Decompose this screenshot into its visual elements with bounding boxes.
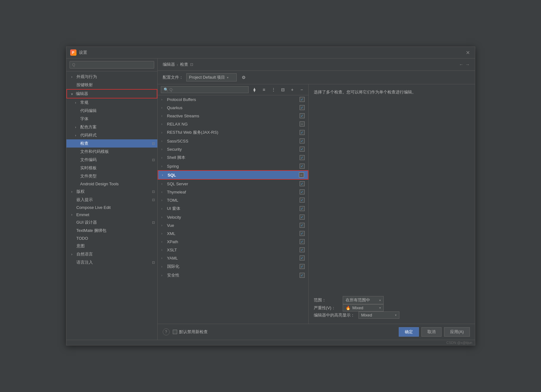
- inspection-item-security[interactable]: › Security ✓: [158, 145, 308, 153]
- sidebar-item-appearance[interactable]: › 外观与行为: [66, 73, 157, 81]
- sidebar-item-editor[interactable]: ∨ 编辑器: [66, 89, 157, 98]
- sidebar-item-file-types[interactable]: 文件类型: [66, 172, 157, 180]
- nav-forward-button[interactable]: →: [465, 62, 470, 67]
- gear-button[interactable]: ⚙: [240, 73, 248, 81]
- inspection-item-sql[interactable]: › SQL −: [158, 170, 308, 180]
- sidebar-item-font[interactable]: 字体: [66, 115, 157, 123]
- sidebar-item-file-encoding[interactable]: 文件编码 ⊡: [66, 156, 157, 164]
- inspection-item-vue[interactable]: › Vue ✓: [158, 221, 308, 229]
- group-button[interactable]: ⊟: [279, 86, 286, 93]
- sidebar-item-common[interactable]: › 常规: [66, 98, 157, 107]
- settings-dialog: P 设置 ✕ › 外观与行为 按键映射: [66, 47, 475, 345]
- help-button[interactable]: ?: [163, 328, 170, 335]
- inspection-item-protocol-buffers[interactable]: › Protocol Buffers ✓: [158, 95, 308, 104]
- sidebar-item-compose-live[interactable]: Compose Live Edit: [66, 204, 157, 211]
- check-box[interactable]: ✓: [300, 215, 305, 220]
- inspection-item-xslt[interactable]: › XSLT ✓: [158, 246, 308, 254]
- inspection-item-toml[interactable]: › TOML ✓: [158, 196, 308, 204]
- check-box[interactable]: ✓: [300, 113, 305, 118]
- sidebar-item-textmate[interactable]: TextMate 捆绑包: [66, 227, 157, 235]
- inspection-item-yaml[interactable]: › YAML ✓: [158, 254, 308, 262]
- inspection-item-spring[interactable]: › Spring ✓: [158, 162, 308, 170]
- expand-all-button[interactable]: ≡: [261, 86, 268, 93]
- sidebar-item-color-scheme[interactable]: › 配色方案: [66, 123, 157, 131]
- inspection-item-reactive-streams[interactable]: › Reactive Streams ✓: [158, 112, 308, 120]
- sidebar-item-label: 文件编码: [80, 157, 97, 163]
- filter-button[interactable]: ⧫: [251, 86, 258, 93]
- check-box[interactable]: ✓: [300, 189, 305, 194]
- chevron-icon: ›: [71, 253, 75, 256]
- sidebar-item-emmet[interactable]: › Emmet: [66, 211, 157, 218]
- add-button[interactable]: +: [289, 86, 296, 93]
- check-box[interactable]: −: [300, 121, 305, 126]
- check-box[interactable]: ✓: [300, 198, 305, 203]
- inspection-item-label: XSLT: [167, 248, 177, 252]
- inspection-item-quarkus[interactable]: › Quarkus ✓: [158, 104, 308, 112]
- sidebar-item-todo[interactable]: TODO: [66, 235, 157, 242]
- nav-back-button[interactable]: ←: [459, 62, 464, 67]
- inspection-item-thymeleaf[interactable]: › Thymeleaf ✓: [158, 188, 308, 196]
- sidebar-item-natural-lang[interactable]: › 自然语言: [66, 250, 157, 258]
- check-box[interactable]: ✓: [300, 264, 305, 269]
- sidebar-item-code-editing[interactable]: 代码编辑: [66, 107, 157, 115]
- inspection-item-shell[interactable]: › Shell 脚本 ✓: [158, 153, 308, 162]
- check-box[interactable]: ✓: [300, 231, 305, 236]
- check-box[interactable]: ✓: [300, 138, 305, 143]
- check-box[interactable]: ✓: [300, 181, 305, 186]
- check-box[interactable]: −: [299, 172, 304, 177]
- inspection-item-sass[interactable]: › Sass/SCSS ✓: [158, 137, 308, 145]
- inspection-item-label: TOML: [167, 198, 178, 203]
- sidebar-item-live-templates[interactable]: 实时模板: [66, 164, 157, 172]
- check-box[interactable]: ✓: [300, 255, 305, 260]
- sidebar-item-lang-injection[interactable]: 语言注入 ⊡: [66, 258, 157, 266]
- title-bar: P 设置 ✕: [66, 47, 475, 59]
- check-box[interactable]: ✓: [300, 273, 305, 278]
- close-button[interactable]: ✕: [465, 49, 471, 56]
- ok-button[interactable]: 确定: [399, 327, 419, 337]
- default-disable-checkbox[interactable]: [173, 330, 177, 334]
- config-select[interactable]: Project Default 项目 ▾: [186, 73, 237, 81]
- sidebar-search-input[interactable]: [70, 61, 154, 69]
- sidebar-item-android-design[interactable]: Android Design Tools: [66, 180, 157, 188]
- inspection-item-xpath[interactable]: › XPath ✓: [158, 238, 308, 246]
- sidebar-item-keymap[interactable]: 按键映射: [66, 81, 157, 89]
- sidebar-item-inspections[interactable]: 检查 ⊡: [66, 139, 157, 148]
- check-box[interactable]: ✓: [300, 164, 305, 169]
- severity-select[interactable]: 🔥 Mixed ▾: [343, 304, 384, 311]
- inspection-item-label: 国际化: [167, 264, 179, 269]
- check-box[interactable]: ✓: [300, 155, 305, 160]
- sidebar-item-inlay-hints[interactable]: 嵌入提示 ⊡: [66, 196, 157, 204]
- inspection-item-xml[interactable]: › XML ✓: [158, 229, 308, 238]
- inspection-item-restful[interactable]: › RESTful Web 服务(JAX-RS) ✓: [158, 128, 308, 137]
- check-box[interactable]: ✓: [300, 223, 305, 228]
- sidebar-item-gui-designer[interactable]: GUI 设计器 ⊡: [66, 218, 157, 227]
- inspection-item-security-cn[interactable]: › 安全性 ✓: [158, 271, 308, 280]
- collapse-all-button[interactable]: ⋮: [270, 86, 277, 93]
- inspection-item-sql-server[interactable]: › SQL Server ✓: [158, 180, 308, 188]
- apply-button[interactable]: 应用(A): [444, 327, 470, 337]
- check-box[interactable]: ✓: [300, 206, 305, 211]
- inspection-item-i18n[interactable]: › 国际化 ✓: [158, 262, 308, 271]
- config-value: Project Default 项目: [189, 75, 225, 80]
- check-box[interactable]: ✓: [300, 247, 305, 252]
- check-box[interactable]: ✓: [300, 105, 305, 110]
- check-box[interactable]: ✓: [300, 239, 305, 244]
- check-box[interactable]: ✓: [300, 147, 305, 152]
- status-bar: CSDN @x@tijun: [66, 340, 475, 345]
- sidebar-item-file-templates[interactable]: 文件和代码模板: [66, 148, 157, 156]
- cancel-button[interactable]: 取消: [421, 327, 442, 337]
- inspection-item-relax-ng[interactable]: › RELAX NG −: [158, 120, 308, 128]
- sidebar-item-copyright[interactable]: › 版权 ⊡: [66, 188, 157, 196]
- check-box[interactable]: ✓: [300, 130, 305, 135]
- check-box[interactable]: ✓: [300, 97, 305, 102]
- highlight-select[interactable]: Mixed ▾: [358, 311, 399, 319]
- inspection-item-label: 安全性: [167, 272, 179, 278]
- scope-select[interactable]: 在所有范围中 ▾: [343, 296, 384, 304]
- remove-button[interactable]: −: [298, 86, 305, 93]
- sidebar-item-intentions[interactable]: 意图: [66, 242, 157, 250]
- nav-arrows: ← →: [459, 62, 470, 67]
- inspection-item-ui-window[interactable]: › UI 窗体 ✓: [158, 204, 308, 213]
- sidebar-item-code-style[interactable]: › 代码样式: [66, 131, 157, 139]
- search-input[interactable]: [170, 87, 246, 92]
- inspection-item-velocity[interactable]: › Velocity ✓: [158, 213, 308, 221]
